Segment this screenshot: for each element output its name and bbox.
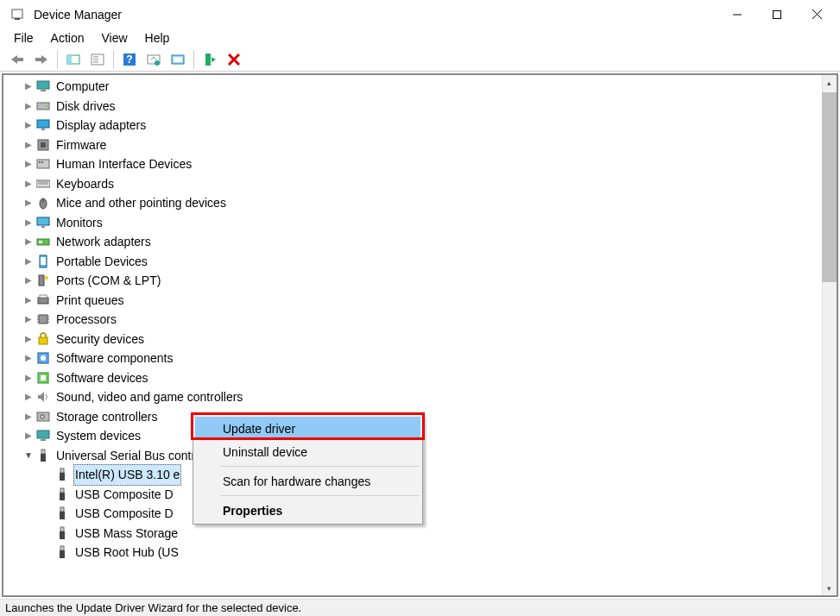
statusbar: Launches the Update Driver Wizard for th… [0, 599, 840, 616]
chevron-right-icon[interactable]: ▶ [22, 252, 35, 272]
chevron-right-icon[interactable]: ▶ [22, 193, 35, 213]
close-button[interactable] [797, 0, 837, 28]
ctx-uninstall-device[interactable]: Uninstall device [195, 440, 420, 463]
tree-node-label: Keyboards [54, 173, 116, 195]
scroll-thumb[interactable] [822, 92, 837, 282]
computer-icon [36, 79, 50, 93]
tree-node-label: Sound, video and game controllers [54, 387, 244, 408]
chevron-right-icon[interactable]: ▶ [22, 135, 35, 155]
tree-node[interactable]: ▶Human Interface Devices [22, 154, 837, 174]
tree-node[interactable]: ▶Monitors [22, 213, 837, 233]
tree-node[interactable]: ▶Network adapters [22, 232, 837, 252]
scrollbar-vertical[interactable]: ▴ ▾ [822, 75, 837, 595]
tree-node-usb[interactable]: ▼Universal Serial Bus controllers [22, 446, 837, 466]
tree-node[interactable]: ▶System devices [22, 426, 837, 446]
tree-node[interactable]: ▶Storage controllers [22, 407, 837, 427]
chevron-down-icon[interactable]: ▼ [22, 446, 35, 466]
chevron-right-icon[interactable]: ▶ [22, 174, 35, 194]
monitor-icon [36, 216, 50, 229]
tree-node[interactable]: ▶Print queues [22, 291, 837, 311]
chevron-right-icon[interactable]: ▶ [22, 407, 35, 427]
tree-node-label: Computer [54, 76, 111, 97]
svg-rect-69 [60, 473, 65, 481]
chevron-right-icon[interactable]: ▶ [22, 97, 35, 116]
scroll-up-button[interactable]: ▴ [822, 75, 837, 90]
firmware-icon [36, 138, 50, 152]
scan-hardware-button[interactable] [142, 49, 165, 70]
tree-node[interactable]: ▶Sound, video and game controllers [22, 387, 837, 407]
menu-help[interactable]: Help [136, 29, 179, 47]
help-button[interactable]: ? [118, 49, 141, 70]
chevron-right-icon[interactable]: ▶ [22, 213, 35, 233]
chevron-right-icon[interactable]: ▶ [22, 271, 35, 291]
tree-node[interactable]: ▶Disk drives [22, 97, 837, 116]
chevron-right-icon[interactable]: ▶ [22, 310, 35, 330]
tree-node[interactable]: ▶Display adapters [22, 116, 837, 135]
svg-rect-77 [60, 550, 65, 558]
svg-rect-72 [60, 507, 64, 512]
show-hide-console-button[interactable] [62, 49, 85, 70]
tree-node-label: System devices [54, 425, 142, 447]
tree-node[interactable]: ▶Security devices [22, 330, 837, 349]
tree-node[interactable]: ▶Ports (COM & LPT) [22, 271, 837, 291]
properties-button[interactable] [86, 49, 109, 70]
menu-file[interactable]: File [5, 29, 42, 47]
back-button[interactable] [6, 49, 28, 70]
chevron-right-icon[interactable]: ▶ [22, 116, 35, 135]
chevron-right-icon[interactable]: ▶ [22, 387, 35, 407]
tree-node[interactable]: ▶Processors [22, 310, 837, 330]
tree-node[interactable]: ▶Software devices [22, 368, 837, 388]
tree-node-label: Portable Devices [54, 251, 149, 273]
tree-node[interactable]: ▶Software components [22, 349, 837, 368]
ctx-separator [221, 466, 419, 467]
tree-child-node[interactable]: USB Root Hub (US [41, 543, 837, 563]
chevron-right-icon[interactable]: ▶ [22, 77, 35, 97]
update-driver-button[interactable] [167, 49, 189, 70]
chevron-right-icon[interactable]: ▶ [22, 368, 35, 388]
tree-node[interactable]: ▶Mice and other pointing devices [22, 193, 837, 213]
titlebar: Device Manager [0, 0, 840, 28]
portable-icon [36, 255, 50, 268]
maximize-button[interactable] [757, 0, 797, 28]
tree-child-node[interactable]: Intel(R) USB 3.10 e [41, 465, 837, 485]
tree-node-label: Processors [54, 309, 118, 330]
tree-node[interactable]: ▶Keyboards [22, 174, 837, 194]
tree-child-node[interactable]: USB Composite D [41, 485, 837, 505]
svg-rect-30 [41, 142, 46, 148]
svg-rect-64 [37, 431, 49, 438]
menu-action[interactable]: Action [42, 29, 93, 47]
svg-rect-33 [41, 161, 43, 163]
tree-node-label: USB Composite D [73, 484, 175, 506]
ctx-scan-hardware[interactable]: Scan for hardware changes [195, 469, 420, 493]
menu-view[interactable]: View [92, 29, 136, 47]
app-icon [10, 8, 24, 22]
svg-rect-40 [41, 226, 45, 228]
usb-icon [36, 449, 50, 462]
chevron-right-icon[interactable]: ▶ [22, 154, 35, 174]
tree-child-node[interactable]: USB Composite D [41, 504, 837, 524]
scroll-down-button[interactable]: ▾ [822, 581, 837, 595]
keyboard-icon [36, 177, 50, 191]
security-icon [36, 332, 50, 346]
chevron-right-icon[interactable]: ▶ [22, 330, 35, 349]
ctx-properties[interactable]: Properties [195, 499, 420, 522]
tree-child-node[interactable]: USB Mass Storage [41, 524, 837, 544]
uninstall-button[interactable] [223, 49, 245, 70]
svg-rect-23 [37, 81, 49, 89]
tree-node-label: Network adapters [54, 231, 153, 253]
svg-rect-45 [39, 275, 44, 286]
chevron-right-icon[interactable]: ▶ [22, 349, 35, 368]
svg-rect-65 [41, 439, 46, 441]
tree-node[interactable]: ▶Portable Devices [22, 252, 837, 272]
forward-button[interactable] [30, 49, 53, 70]
ctx-update-driver[interactable]: Update driver [195, 417, 420, 440]
svg-rect-28 [41, 129, 45, 130]
minimize-button[interactable] [717, 0, 757, 28]
tree-node[interactable]: ▶Computer [22, 77, 837, 97]
chevron-right-icon[interactable]: ▶ [22, 426, 35, 446]
svg-rect-44 [41, 257, 46, 265]
tree-node[interactable]: ▶Firmware [22, 135, 837, 155]
chevron-right-icon[interactable]: ▶ [22, 291, 35, 311]
chevron-right-icon[interactable]: ▶ [22, 232, 35, 252]
enable-device-button[interactable] [199, 49, 221, 70]
